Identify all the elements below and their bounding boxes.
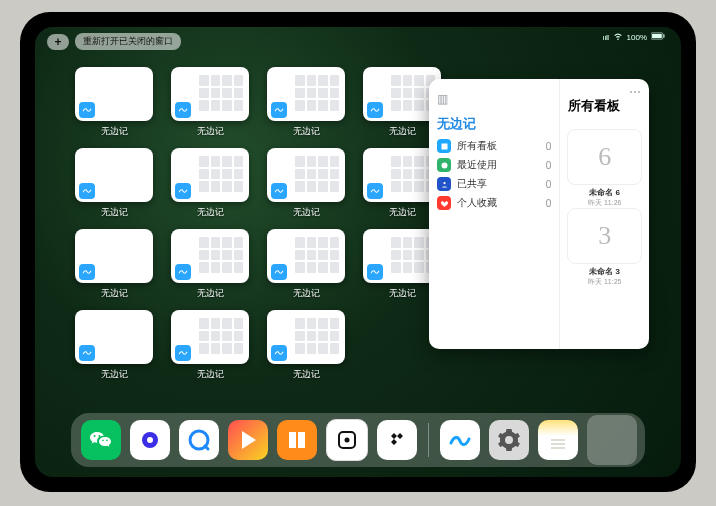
app-window-label: 无边记	[389, 287, 416, 300]
app-window-label: 无边记	[101, 368, 128, 381]
ipad-screen: ııll 100% + 重新打开已关闭的窗口 无边记 无边记	[35, 27, 681, 477]
freeform-icon	[271, 345, 287, 361]
window-icon[interactable]: ▥	[437, 92, 448, 106]
freeform-icon	[175, 183, 191, 199]
freeform-icon	[271, 183, 287, 199]
freeform-icon	[367, 264, 383, 280]
nav-count: 0	[546, 160, 552, 171]
status-bar: ııll 100%	[603, 31, 665, 43]
freeform-icon	[79, 102, 95, 118]
dock-diamond-icon[interactable]	[377, 420, 417, 460]
app-window-label: 无边记	[197, 206, 224, 219]
signal-icon: ııll	[603, 33, 609, 42]
freeform-icon	[271, 264, 287, 280]
nav-label: 已共享	[457, 177, 487, 191]
app-window-thumb[interactable]: 无边记	[267, 148, 345, 219]
app-window-thumb[interactable]: 无边记	[267, 310, 345, 381]
nav-label: 个人收藏	[457, 196, 497, 210]
dock-notes-icon[interactable]	[538, 420, 578, 460]
more-icon[interactable]: ⋯	[629, 85, 641, 99]
app-window-thumb[interactable]: 无边记	[75, 148, 153, 219]
app-window-label: 无边记	[293, 206, 320, 219]
freeform-boards-title: 所有看板	[568, 97, 641, 115]
app-window-label: 无边记	[101, 125, 128, 138]
app-window-thumb[interactable]: 无边记	[267, 67, 345, 138]
dock-settings-icon[interactable]	[489, 420, 529, 460]
app-window-label: 无边记	[293, 368, 320, 381]
dock-quark-icon[interactable]	[130, 420, 170, 460]
app-window-label: 无边记	[197, 125, 224, 138]
app-window-thumb[interactable]: 无边记	[75, 67, 153, 138]
freeform-icon	[175, 264, 191, 280]
dock-play-icon[interactable]	[228, 420, 268, 460]
svg-point-6	[147, 437, 153, 443]
app-switcher-grid: 无边记 无边记 无边记 无边记 无边记 无边记	[75, 67, 435, 381]
app-window-thumb[interactable]: 无边记	[171, 67, 249, 138]
sidebar-nav-item[interactable]: 已共享 0	[437, 177, 551, 191]
app-window-label: 无边记	[389, 125, 416, 138]
app-window-label: 无边记	[101, 287, 128, 300]
app-window-label: 无边记	[293, 287, 320, 300]
freeform-icon	[367, 183, 383, 199]
dock-dice-icon[interactable]	[326, 419, 368, 461]
dock-separator	[428, 423, 429, 457]
app-window-label: 无边记	[197, 287, 224, 300]
battery-text: 100%	[627, 33, 647, 42]
app-window-thumb[interactable]: 无边记	[171, 229, 249, 300]
svg-rect-2	[663, 34, 664, 37]
sidebar-nav-item[interactable]: 所有看板 0	[437, 139, 551, 153]
app-window-label: 无边记	[101, 206, 128, 219]
reopen-closed-window-button[interactable]: 重新打开已关闭的窗口	[75, 33, 181, 50]
app-window-thumb[interactable]: 无边记	[75, 310, 153, 381]
nav-count: 0	[546, 141, 552, 152]
freeform-icon	[79, 264, 95, 280]
svg-point-4	[443, 181, 445, 183]
board-subtitle: 昨天 11:25	[588, 277, 621, 287]
nav-icon	[437, 177, 451, 191]
dock-wechat-icon[interactable]	[81, 420, 121, 460]
freeform-icon	[79, 345, 95, 361]
board-subtitle: 昨天 11:26	[588, 198, 621, 208]
app-window-thumb[interactable]: 无边记	[171, 148, 249, 219]
nav-icon	[437, 139, 451, 153]
app-window-thumb[interactable]: 无边记	[75, 229, 153, 300]
board-sketch: 6	[567, 129, 642, 185]
nav-icon	[437, 158, 451, 172]
freeform-icon	[175, 102, 191, 118]
nav-label: 所有看板	[457, 139, 497, 153]
svg-point-9	[345, 438, 350, 443]
nav-icon	[437, 196, 451, 210]
dock-qq-browser-icon[interactable]	[179, 420, 219, 460]
sidebar-nav-item[interactable]: 最近使用 0	[437, 158, 551, 172]
board-item[interactable]: 6 未命名 6 昨天 11:26	[568, 129, 641, 208]
app-window-label: 无边记	[389, 206, 416, 219]
freeform-sidebar-title: 无边记	[437, 115, 551, 133]
nav-count: 0	[546, 198, 552, 209]
ipad-device-frame: ııll 100% + 重新打开已关闭的窗口 无边记 无边记	[20, 12, 696, 492]
battery-icon	[651, 32, 665, 42]
new-window-button[interactable]: +	[47, 34, 69, 50]
nav-label: 最近使用	[457, 158, 497, 172]
dock	[71, 413, 645, 467]
nav-count: 0	[546, 179, 552, 190]
app-window-thumb[interactable]: 无边记	[267, 229, 345, 300]
board-title: 未命名 3	[589, 266, 620, 277]
board-item[interactable]: 3 未命名 3 昨天 11:25	[568, 208, 641, 287]
freeform-boards-pane: ⋯ 所有看板 6 未命名 6 昨天 11:263 未命名 3 昨天 11:25	[560, 79, 649, 349]
board-title: 未命名 6	[589, 187, 620, 198]
dock-books-icon[interactable]	[277, 420, 317, 460]
app-window-label: 无边记	[197, 368, 224, 381]
freeform-icon	[367, 102, 383, 118]
svg-rect-1	[652, 34, 662, 38]
dock-freeform-icon[interactable]	[440, 420, 480, 460]
freeform-panel: ▥ 无边记 所有看板 0 最近使用 0 已共享 0 个人收藏 0 ⋯ 所有看板 …	[429, 79, 649, 349]
freeform-icon	[271, 102, 287, 118]
wifi-icon	[613, 31, 623, 43]
board-sketch: 3	[567, 208, 642, 264]
app-window-label: 无边记	[293, 125, 320, 138]
app-window-thumb[interactable]: 无边记	[171, 310, 249, 381]
window-topbar: + 重新打开已关闭的窗口	[47, 33, 181, 50]
dock-app-library-icon[interactable]	[587, 415, 637, 465]
freeform-icon	[175, 345, 191, 361]
sidebar-nav-item[interactable]: 个人收藏 0	[437, 196, 551, 210]
